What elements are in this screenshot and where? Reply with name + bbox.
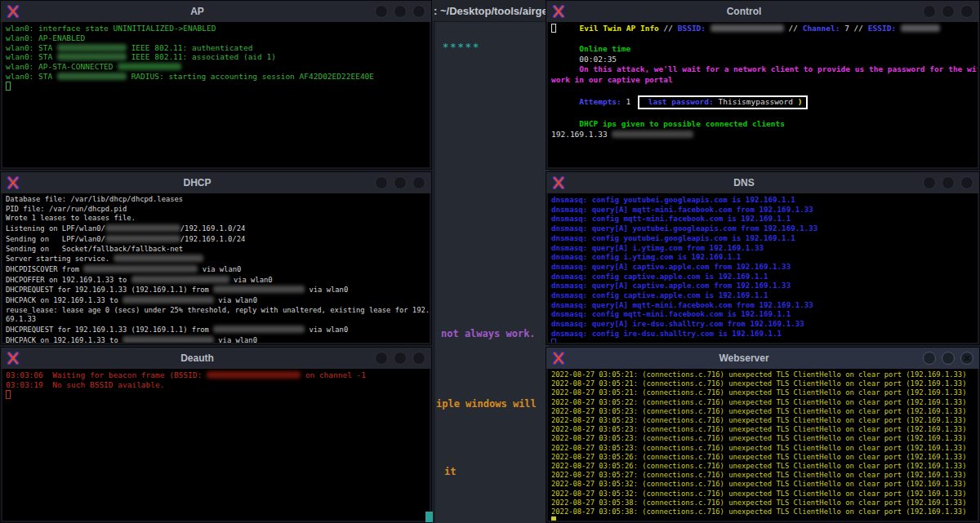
redacted-text [114,255,203,262]
close-icon[interactable]: ✕ [960,352,973,365]
dhcp-terminal-output[interactable]: Database file: /var/lib/dhcp/dhcpd.lease… [2,193,430,343]
terminal-text: IEEE 802.11: associated (aid 1) [127,52,276,61]
maximize-button[interactable] [394,352,407,365]
control-terminal-output[interactable]: Evil Twin AP Info // BSSID: // Channel: … [548,22,978,167]
minimize-button[interactable] [923,176,936,189]
ap-window[interactable]: AP wlan0: interface state UNINITIALIZED-… [0,0,432,170]
terminal-line: 2022-08-27 03:05:26: (connections.c.716)… [551,462,974,471]
terminal-line: dnsmasq: config i.ytimg.com is 192.169.1… [551,252,974,262]
terminal-line [551,86,974,96]
deauth-terminal-output[interactable]: 03:03:06 Waiting for beacon frame (BSSID… [2,369,430,521]
window-title: Deauth [24,352,370,364]
terminal-line: Evil Twin AP Info // BSSID: // Channel: … [551,24,974,34]
terminal-text: dnsmasq: config ire-dsu.shalltry.com is … [551,329,782,338]
background-terminal-cursor [425,512,433,522]
background-terminal-body: ***** not always work. iple windows will… [431,22,549,523]
redacted-text [612,131,693,138]
dhcp-window-titlebar[interactable]: DHCP [1,172,431,193]
redacted-text [122,296,214,304]
window-title: Control [570,6,918,17]
terminal-text: DHCP ips given to possible connected cli… [579,119,785,128]
minimize-button[interactable] [923,5,936,18]
terminal-text: Wrote 1 leases to leases file. [6,214,136,222]
terminal-line: 2022-08-27 03:05:27: (connections.c.716)… [551,471,974,480]
dns-terminal-output[interactable]: dnsmasq: config youtubei.googleapis.com … [548,193,978,343]
terminal-text: 2022-08-27 03:05:21: (connections.c.716)… [551,370,966,379]
maximize-button[interactable] [942,5,955,18]
terminal-text: dnsmasq: config captive.apple.com is 192… [551,272,768,281]
control-window[interactable]: Control Evil Twin AP Info // BSSID: // C… [546,0,980,170]
terminal-line: DHCP ips given to possible connected cli… [551,119,974,130]
terminal-text [556,24,580,33]
deauth-window[interactable]: Deauth 03:03:06 Waiting for beacon frame… [0,347,432,523]
dhcp-window[interactable]: DHCP Database file: /var/lib/dhcp/dhcpd.… [0,171,432,345]
background-terminal-titlebar[interactable]: : ~/Desktop/tools/airgeddon [431,0,549,22]
maximize-button[interactable] [942,352,955,365]
dns-window[interactable]: DNS dnsmasq: config youtubei.googleapis.… [546,171,980,345]
terminal-line: 2022-08-27 03:05:21: (connections.c.716)… [551,370,974,379]
terminal-line: dnsmasq: config captive.apple.com is 192… [551,272,974,281]
control-window-titlebar[interactable]: Control [546,1,979,22]
terminal-text: wlan0: AP-STA-CONNECTED [6,62,118,71]
webserver-window-titlebar[interactable]: Webserver ✕ [546,348,979,369]
terminal-line [551,34,974,45]
terminal-text-fragment: not always work. [441,328,541,339]
webserver-terminal-output[interactable]: 2022-08-27 03:05:21: (connections.c.716)… [548,369,978,521]
terminal-line: PID file: /var/run/dhcpd.pid [6,205,426,215]
terminal-line: dnsmasq: config youtubei.googleapis.com … [551,233,974,243]
close-button[interactable] [412,352,425,365]
terminal-line [551,109,974,120]
terminal-line: 03:03:19 No such BSSID available. [6,380,426,390]
terminal-line: 2022-08-27 03:05:38: (connections.c.716)… [551,499,974,507]
terminal-cursor [551,339,556,343]
terminal-text: 192.169.1.33 [551,130,612,139]
terminal-line: dnsmasq: config captive.apple.com is 192… [551,290,974,300]
close-button[interactable] [412,176,425,189]
maximize-button[interactable] [394,176,407,189]
minimize-button[interactable] [375,5,388,18]
terminal-line: 00:02:35 [551,55,974,65]
maximize-button[interactable] [942,176,955,189]
minimize-button[interactable] [375,176,388,189]
terminal-text: 2022-08-27 03:05:26: (connections.c.716)… [551,453,966,461]
terminal-text: Attempts: [579,97,626,106]
terminal-line: wlan0: interface state UNINITIALIZED->EN… [6,24,426,33]
terminal-text: dnsmasq: query[A] mqtt-mini.facebook.com… [551,300,813,309]
terminal-line: dnsmasq: query[A] mqtt-mini.facebook.com… [551,300,974,310]
terminal-cursor [551,516,556,521]
terminal-line: work in our captive portal [551,75,974,86]
background-terminal-window[interactable]: : ~/Desktop/tools/airgeddon ***** not al… [431,0,549,523]
maximize-button[interactable] [394,5,407,18]
redacted-text [207,371,301,379]
terminal-text: dnsmasq: query[A] ire-dsu.shalltry.com f… [551,319,804,328]
terminal-text: 03:03:19 No such BSSID available. [6,380,164,389]
terminal-text: 1 [626,97,635,106]
close-button[interactable] [960,5,973,18]
terminal-line: Server starting service. [6,254,426,264]
deauth-window-titlebar[interactable]: Deauth [1,348,431,369]
terminal-text: RADIUS: starting accounting session AF42… [127,72,374,81]
webserver-window[interactable]: Webserver ✕ 2022-08-27 03:05:21: (connec… [546,347,980,523]
terminal-text: dnsmasq: config i.ytimg.com is 192.169.1… [551,252,741,261]
dns-window-titlebar[interactable]: DNS [546,172,979,193]
terminal-text: work in our captive portal [551,75,673,84]
terminal-line: dnsmasq: config ire-dsu.shalltry.com is … [551,329,974,339]
terminal-text: dnsmasq: config mqtt-mini.facebook.com i… [551,309,791,318]
terminal-line: dnsmasq: config mqtt-mini.facebook.com i… [551,214,974,224]
terminal-text: DHCPACK on 192.169.1.33 to [6,296,122,304]
redacted-text [901,24,940,32]
terminal-text: 2022-08-27 03:05:32: (connections.c.716)… [551,480,966,488]
redacted-text [710,24,784,32]
terminal-text: dnsmasq: config captive.apple.com is 192… [551,290,768,299]
terminal-text: dnsmasq: query[A] youtubei.googleapis.co… [551,224,817,233]
terminal-line: 2022-08-27 03:05:23: (connections.c.716)… [551,444,974,453]
xterm-icon [7,176,20,189]
minimize-button[interactable] [923,352,936,365]
close-button[interactable] [412,5,425,18]
minimize-button[interactable] [375,352,388,365]
terminal-cursor [6,390,11,399]
terminal-text: wlan0: STA [6,72,57,81]
ap-window-titlebar[interactable]: AP [1,1,431,22]
close-button[interactable] [960,176,973,189]
ap-terminal-output[interactable]: wlan0: interface state UNINITIALIZED->EN… [2,22,430,167]
